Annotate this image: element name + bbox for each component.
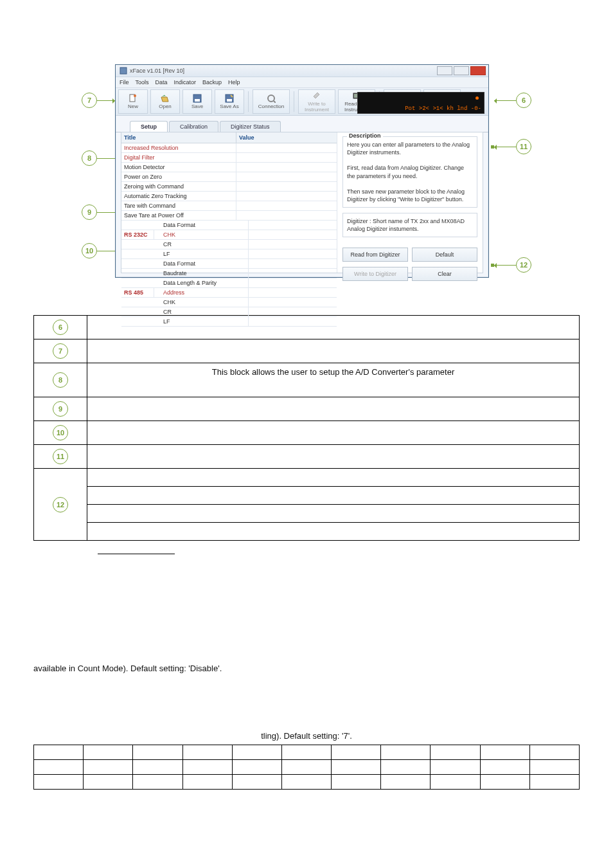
- toolbar-save[interactable]: Save: [182, 89, 212, 114]
- menu-indicator[interactable]: Indicator: [174, 79, 197, 86]
- legend-8-text: This block allows the user to setup the …: [87, 363, 580, 397]
- svg-point-7: [268, 95, 274, 102]
- legend-table: 6 7 8 This block allows the user to setu…: [33, 315, 580, 541]
- grid-row-label[interactable]: CR: [154, 240, 249, 249]
- description-text: Here you can enter all parameters to the…: [347, 141, 473, 156]
- tab-digitizer-status[interactable]: Digitizer Status: [220, 121, 281, 132]
- clear-button[interactable]: Clear: [412, 267, 477, 281]
- body-text-1: available in Count Mode). Default settin…: [33, 664, 580, 673]
- grid-row-label[interactable]: Data Length & Parity: [154, 278, 249, 287]
- callout-9: 9: [82, 204, 97, 220]
- grid-row-label[interactable]: Increased Resolution: [121, 143, 236, 152]
- app-icon: [120, 67, 127, 75]
- menu-backup[interactable]: Backup: [202, 79, 222, 86]
- save-icon: [193, 94, 202, 103]
- tab-setup[interactable]: Setup: [130, 121, 168, 132]
- description-legend: Description: [347, 132, 383, 139]
- toolbar-save-as[interactable]: Save As: [215, 89, 244, 114]
- content-area: Title Value Increased Resolution Digital…: [121, 132, 483, 273]
- legend-12-text-c: [87, 505, 580, 523]
- lcd-display: Pot >2< >1< kh lnd -0-: [357, 92, 484, 114]
- rs485-group-label: RS 485: [121, 288, 154, 297]
- grid-row-label[interactable]: Data Format: [154, 259, 249, 268]
- save-as-icon: [225, 94, 234, 103]
- legend-9-text: [87, 397, 580, 421]
- grid-row-label[interactable]: LF: [154, 317, 249, 326]
- grid-row-label[interactable]: CHK: [154, 230, 249, 239]
- callout-7: 7: [82, 93, 97, 108]
- grid-header-value: Value: [236, 132, 337, 143]
- svg-rect-0: [120, 68, 127, 74]
- grid-row-label[interactable]: Power on Zero: [121, 172, 236, 181]
- legend-6: 6: [53, 320, 68, 335]
- menu-data[interactable]: Data: [155, 79, 168, 86]
- legend-12-text-b: [87, 487, 580, 505]
- title-bar: xFace v1.01 [Rev 10]: [116, 65, 488, 77]
- legend-12-text-d: [87, 523, 580, 541]
- lcd-text: Pot >2< >1< kh lnd -0-: [405, 105, 481, 112]
- legend-8: 8: [53, 372, 68, 388]
- grid-row-label[interactable]: Baudrate: [154, 269, 249, 278]
- side-panel: Description Here you can enter all param…: [337, 132, 483, 273]
- rule: [98, 554, 175, 554]
- description-text: Then save new parameter block to the Ana…: [347, 188, 473, 203]
- new-icon: [129, 94, 138, 103]
- grid-row-label[interactable]: Motion Detector: [121, 163, 236, 172]
- toolbar-separator: [248, 91, 249, 112]
- toolbar-open[interactable]: Open: [150, 89, 180, 114]
- legend-9: 9: [53, 401, 68, 417]
- svg-point-2: [134, 95, 136, 97]
- toolbar-new[interactable]: New: [118, 89, 148, 114]
- grid-row-label[interactable]: Automatic Zero Tracking: [121, 192, 236, 201]
- write-to-digitizer-button: Write to Digitizer: [342, 267, 408, 281]
- description-fieldset: Description Here you can enter all param…: [342, 136, 477, 208]
- grid-row-label[interactable]: Save Tare at Power Off: [121, 211, 236, 220]
- menu-tools[interactable]: Tools: [136, 79, 149, 86]
- main-tabs: Setup Calibration Digitizer Status: [116, 118, 488, 132]
- digital-filter-table: [33, 745, 580, 790]
- minimize-button[interactable]: [437, 66, 452, 75]
- legend-10-text: [87, 421, 580, 445]
- close-button[interactable]: [470, 66, 486, 75]
- legend-7: 7: [53, 343, 68, 359]
- callout-8: 8: [82, 150, 97, 166]
- svg-rect-6: [227, 99, 232, 102]
- app-window: xFace v1.01 [Rev 10] File Tools Data Ind…: [115, 64, 489, 278]
- menu-file[interactable]: File: [120, 79, 129, 86]
- legend-10: 10: [53, 425, 68, 440]
- callout-12: 12: [516, 257, 531, 273]
- legend-7-text: [87, 339, 580, 363]
- rs232-group-label: RS 232C: [121, 230, 154, 239]
- toolbar-write-to-instrument: Write to Instrument: [298, 89, 335, 114]
- default-button[interactable]: Default: [412, 248, 477, 262]
- digitizer-note-fieldset: Digitizer : Short name of TX 2xx and MX0…: [342, 213, 477, 237]
- grid-row-label[interactable]: Data Format: [154, 221, 249, 230]
- grid-row-label[interactable]: CR: [154, 307, 249, 316]
- connection-icon: [267, 94, 276, 103]
- description-text: First, read data from Analog Digitizer. …: [347, 164, 473, 179]
- callout-11: 11: [516, 139, 531, 154]
- callout-6: 6: [516, 93, 531, 108]
- grid-row-label[interactable]: CHK: [154, 298, 249, 307]
- toolbar-connection[interactable]: Connection: [253, 89, 290, 114]
- parameter-grid: Title Value Increased Resolution Digital…: [121, 132, 337, 273]
- window-title: xFace v1.01 [Rev 10]: [130, 68, 184, 74]
- svg-rect-4: [195, 99, 200, 102]
- grid-row-label[interactable]: Address: [154, 288, 249, 297]
- legend-12-text-a: [87, 469, 580, 487]
- legend-11-text: [87, 445, 580, 469]
- legend-11: 11: [53, 449, 68, 464]
- open-icon: [161, 94, 170, 103]
- svg-line-8: [274, 101, 276, 103]
- grid-row-label[interactable]: Tare with Command: [121, 201, 236, 210]
- grid-row-label[interactable]: Digital Filter: [121, 153, 236, 162]
- lcd-indicator-dot: [475, 96, 479, 100]
- callout-10: 10: [82, 243, 97, 258]
- maximize-button[interactable]: [454, 66, 469, 75]
- grid-row-label[interactable]: LF: [154, 249, 249, 258]
- menu-help[interactable]: Help: [228, 79, 240, 86]
- grid-row-label[interactable]: Zeroing with Command: [121, 182, 236, 191]
- read-from-digitizer-button[interactable]: Read from Digitizer: [342, 248, 408, 262]
- write-icon: [312, 91, 321, 100]
- tab-calibration[interactable]: Calibration: [169, 121, 218, 132]
